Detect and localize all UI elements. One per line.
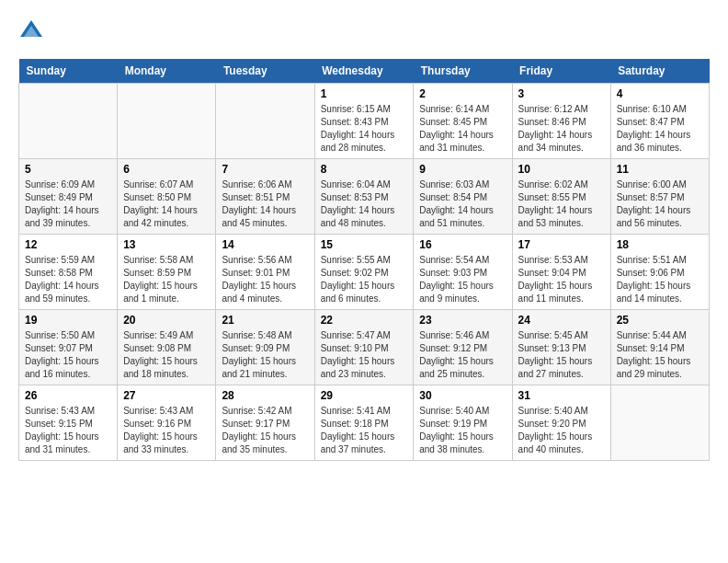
day-number: 27 — [123, 389, 210, 402]
week-row-1: 1Sunrise: 6:15 AM Sunset: 8:43 PM Daylig… — [19, 84, 710, 159]
day-cell: 1Sunrise: 6:15 AM Sunset: 8:43 PM Daylig… — [314, 84, 414, 159]
header-row: SundayMondayTuesdayWednesdayThursdayFrid… — [19, 59, 710, 84]
day-cell — [19, 84, 118, 159]
day-info: Sunrise: 5:53 AM Sunset: 9:04 PM Dayligh… — [518, 254, 605, 305]
day-info: Sunrise: 5:51 AM Sunset: 9:06 PM Dayligh… — [617, 254, 703, 305]
logo — [18, 18, 48, 44]
day-number: 4 — [617, 87, 703, 100]
day-info: Sunrise: 5:55 AM Sunset: 9:02 PM Dayligh… — [321, 254, 408, 305]
day-number: 22 — [321, 314, 408, 327]
day-info: Sunrise: 5:50 AM Sunset: 9:07 PM Dayligh… — [25, 329, 111, 381]
day-cell — [118, 84, 216, 159]
day-number: 12 — [25, 238, 111, 251]
day-cell: 20Sunrise: 5:49 AM Sunset: 9:08 PM Dayli… — [118, 310, 216, 385]
day-cell: 25Sunrise: 5:44 AM Sunset: 9:14 PM Dayli… — [610, 310, 709, 385]
day-cell: 23Sunrise: 5:46 AM Sunset: 9:12 PM Dayli… — [414, 310, 512, 385]
day-cell: 15Sunrise: 5:55 AM Sunset: 9:02 PM Dayli… — [314, 235, 414, 310]
day-info: Sunrise: 5:58 AM Sunset: 8:59 PM Dayligh… — [123, 254, 210, 305]
day-cell: 30Sunrise: 5:40 AM Sunset: 9:19 PM Dayli… — [414, 385, 512, 461]
header — [18, 18, 710, 44]
day-info: Sunrise: 5:43 AM Sunset: 9:15 PM Dayligh… — [25, 405, 111, 456]
day-cell: 4Sunrise: 6:10 AM Sunset: 8:47 PM Daylig… — [610, 84, 709, 159]
day-number: 15 — [321, 238, 408, 251]
week-row-2: 5Sunrise: 6:09 AM Sunset: 8:49 PM Daylig… — [19, 159, 710, 235]
day-info: Sunrise: 5:46 AM Sunset: 9:12 PM Dayligh… — [419, 329, 506, 381]
day-cell: 29Sunrise: 5:41 AM Sunset: 9:18 PM Dayli… — [314, 385, 414, 461]
day-info: Sunrise: 6:02 AM Sunset: 8:55 PM Dayligh… — [518, 178, 605, 230]
calendar: SundayMondayTuesdayWednesdayThursdayFrid… — [18, 59, 710, 461]
day-number: 7 — [222, 163, 308, 176]
day-number: 23 — [419, 314, 506, 327]
day-number: 30 — [419, 389, 506, 402]
day-cell: 16Sunrise: 5:54 AM Sunset: 9:03 PM Dayli… — [414, 235, 512, 310]
day-info: Sunrise: 5:48 AM Sunset: 9:09 PM Dayligh… — [222, 329, 308, 381]
day-info: Sunrise: 5:44 AM Sunset: 9:14 PM Dayligh… — [617, 329, 703, 381]
header-cell-sunday: Sunday — [19, 59, 118, 84]
day-cell: 12Sunrise: 5:59 AM Sunset: 8:58 PM Dayli… — [19, 235, 118, 310]
day-info: Sunrise: 6:00 AM Sunset: 8:57 PM Dayligh… — [617, 178, 703, 230]
week-row-3: 12Sunrise: 5:59 AM Sunset: 8:58 PM Dayli… — [19, 235, 710, 310]
day-cell: 14Sunrise: 5:56 AM Sunset: 9:01 PM Dayli… — [216, 235, 314, 310]
day-number: 20 — [123, 314, 210, 327]
day-number: 26 — [25, 389, 111, 402]
day-number: 14 — [222, 238, 308, 251]
day-number: 16 — [419, 238, 506, 251]
day-number: 18 — [617, 238, 703, 251]
day-cell: 8Sunrise: 6:04 AM Sunset: 8:53 PM Daylig… — [314, 159, 414, 235]
day-number: 10 — [518, 163, 605, 176]
week-row-5: 26Sunrise: 5:43 AM Sunset: 9:15 PM Dayli… — [19, 385, 710, 461]
day-number: 28 — [222, 389, 308, 402]
day-cell: 28Sunrise: 5:42 AM Sunset: 9:17 PM Dayli… — [216, 385, 314, 461]
day-cell: 17Sunrise: 5:53 AM Sunset: 9:04 PM Dayli… — [512, 235, 610, 310]
day-info: Sunrise: 6:12 AM Sunset: 8:46 PM Dayligh… — [518, 103, 605, 155]
day-info: Sunrise: 5:40 AM Sunset: 9:19 PM Dayligh… — [419, 405, 506, 456]
day-number: 29 — [321, 389, 408, 402]
day-info: Sunrise: 6:03 AM Sunset: 8:54 PM Dayligh… — [419, 178, 506, 230]
day-info: Sunrise: 6:14 AM Sunset: 8:45 PM Dayligh… — [419, 103, 506, 155]
day-number: 11 — [617, 163, 703, 176]
day-info: Sunrise: 5:40 AM Sunset: 9:20 PM Dayligh… — [518, 405, 605, 456]
day-cell: 7Sunrise: 6:06 AM Sunset: 8:51 PM Daylig… — [216, 159, 314, 235]
day-info: Sunrise: 6:09 AM Sunset: 8:49 PM Dayligh… — [25, 178, 111, 230]
day-number: 25 — [617, 314, 703, 327]
day-cell: 9Sunrise: 6:03 AM Sunset: 8:54 PM Daylig… — [414, 159, 512, 235]
day-cell: 31Sunrise: 5:40 AM Sunset: 9:20 PM Dayli… — [512, 385, 610, 461]
day-cell: 2Sunrise: 6:14 AM Sunset: 8:45 PM Daylig… — [414, 84, 512, 159]
day-number: 24 — [518, 314, 605, 327]
day-info: Sunrise: 5:49 AM Sunset: 9:08 PM Dayligh… — [123, 329, 210, 381]
day-cell — [216, 84, 314, 159]
day-cell: 11Sunrise: 6:00 AM Sunset: 8:57 PM Dayli… — [610, 159, 709, 235]
day-cell: 21Sunrise: 5:48 AM Sunset: 9:09 PM Dayli… — [216, 310, 314, 385]
header-cell-friday: Friday — [512, 59, 610, 84]
day-number: 31 — [518, 389, 605, 402]
day-cell: 26Sunrise: 5:43 AM Sunset: 9:15 PM Dayli… — [19, 385, 118, 461]
day-number: 17 — [518, 238, 605, 251]
day-info: Sunrise: 5:47 AM Sunset: 9:10 PM Dayligh… — [321, 329, 408, 381]
day-info: Sunrise: 5:43 AM Sunset: 9:16 PM Dayligh… — [123, 405, 210, 456]
day-cell: 24Sunrise: 5:45 AM Sunset: 9:13 PM Dayli… — [512, 310, 610, 385]
day-info: Sunrise: 6:15 AM Sunset: 8:43 PM Dayligh… — [321, 103, 408, 155]
day-info: Sunrise: 6:06 AM Sunset: 8:51 PM Dayligh… — [222, 178, 308, 230]
day-cell: 18Sunrise: 5:51 AM Sunset: 9:06 PM Dayli… — [610, 235, 709, 310]
day-info: Sunrise: 5:56 AM Sunset: 9:01 PM Dayligh… — [222, 254, 308, 305]
day-info: Sunrise: 6:10 AM Sunset: 8:47 PM Dayligh… — [617, 103, 703, 155]
day-cell: 3Sunrise: 6:12 AM Sunset: 8:46 PM Daylig… — [512, 84, 610, 159]
day-info: Sunrise: 5:54 AM Sunset: 9:03 PM Dayligh… — [419, 254, 506, 305]
header-cell-wednesday: Wednesday — [314, 59, 414, 84]
day-number: 13 — [123, 238, 210, 251]
day-number: 19 — [25, 314, 111, 327]
day-info: Sunrise: 5:45 AM Sunset: 9:13 PM Dayligh… — [518, 329, 605, 381]
day-info: Sunrise: 6:07 AM Sunset: 8:50 PM Dayligh… — [123, 178, 210, 230]
day-number: 2 — [419, 87, 506, 100]
day-number: 8 — [321, 163, 408, 176]
day-number: 6 — [123, 163, 210, 176]
day-cell: 6Sunrise: 6:07 AM Sunset: 8:50 PM Daylig… — [118, 159, 216, 235]
day-cell: 27Sunrise: 5:43 AM Sunset: 9:16 PM Dayli… — [118, 385, 216, 461]
week-row-4: 19Sunrise: 5:50 AM Sunset: 9:07 PM Dayli… — [19, 310, 710, 385]
header-cell-tuesday: Tuesday — [216, 59, 314, 84]
day-info: Sunrise: 5:42 AM Sunset: 9:17 PM Dayligh… — [222, 405, 308, 456]
day-number: 5 — [25, 163, 111, 176]
day-cell: 19Sunrise: 5:50 AM Sunset: 9:07 PM Dayli… — [19, 310, 118, 385]
day-cell: 22Sunrise: 5:47 AM Sunset: 9:10 PM Dayli… — [314, 310, 414, 385]
day-cell — [610, 385, 709, 461]
